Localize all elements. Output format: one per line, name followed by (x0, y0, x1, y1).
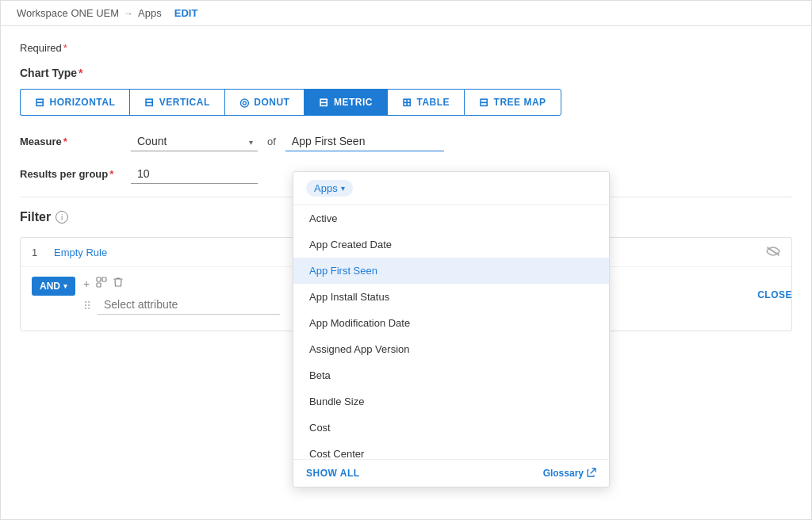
dropdown-item[interactable]: App Created Date (293, 231, 609, 258)
donut-icon: ◎ (239, 96, 250, 109)
tab-vertical-label: VERTICAL (159, 97, 210, 108)
close-button[interactable]: CLOSE (757, 289, 792, 300)
top-bar: Workspace ONE UEM → Apps EDIT (1, 1, 811, 26)
apps-badge[interactable]: Apps ▾ (306, 180, 353, 197)
glossary-label: Glossary (543, 468, 584, 479)
tab-horizontal-label: HORIZONTAL (50, 97, 116, 108)
measure-row: Measure* Count ▾ of (20, 132, 792, 151)
dropdown-item[interactable]: App Install Status (293, 284, 609, 310)
dropdown-item[interactable]: App First Seen (293, 258, 609, 284)
tab-metric[interactable]: ⊟ METRIC (304, 89, 387, 116)
add-rule-icon[interactable]: + (83, 277, 90, 290)
tab-metric-label: METRIC (334, 97, 373, 108)
filter-title: Filter (20, 210, 51, 224)
svg-rect-3 (97, 283, 101, 287)
and-button[interactable]: AND ▾ (32, 277, 75, 296)
measure-label: Measure* (20, 136, 131, 147)
visibility-icon[interactable] (766, 246, 780, 258)
dropdown-item[interactable]: Bundle Size (293, 388, 609, 415)
dropdown-list: ActiveApp Created DateApp First SeenApp … (293, 205, 609, 459)
breadcrumb-arrow: → (124, 8, 133, 19)
svg-rect-1 (97, 277, 101, 281)
chart-type-label: Chart Type* (20, 67, 792, 79)
breadcrumb-app: Workspace ONE UEM (17, 7, 119, 19)
horizontal-icon: ⊟ (35, 96, 45, 109)
tab-horizontal[interactable]: ⊟ HORIZONTAL (20, 89, 129, 116)
apps-badge-chevron-icon: ▾ (341, 184, 345, 193)
select-attribute-input[interactable] (98, 295, 280, 315)
dropdown-item[interactable]: App Modification Date (293, 310, 609, 336)
show-all-link[interactable]: SHOW ALL (306, 468, 360, 479)
results-per-group-input[interactable] (131, 164, 258, 184)
delete-rule-icon[interactable] (113, 277, 123, 290)
apps-badge-label: Apps (314, 182, 338, 194)
attribute-dropdown: Apps ▾ ActiveApp Created DateApp First S… (293, 171, 610, 488)
and-chevron-icon: ▾ (63, 282, 67, 290)
dropdown-item[interactable]: Cost (293, 415, 609, 441)
metric-icon: ⊟ (319, 96, 329, 109)
glossary-link[interactable]: Glossary (543, 468, 596, 479)
empty-rule-link[interactable]: Empty Rule (54, 247, 107, 258)
tab-donut[interactable]: ◎ DONUT (224, 89, 304, 116)
svg-rect-2 (102, 277, 106, 281)
chart-type-tabs: ⊟ HORIZONTAL ⊟ VERTICAL ◎ DONUT ⊟ METRIC… (20, 89, 792, 116)
breadcrumb-section: Apps (138, 7, 162, 19)
attribute-input[interactable] (285, 132, 444, 151)
tab-table-label: TABLE (416, 97, 450, 108)
rule-number: 1 (32, 247, 44, 258)
tab-vertical[interactable]: ⊟ VERTICAL (129, 89, 224, 116)
vertical-icon: ⊟ (144, 96, 155, 109)
group-rule-icon[interactable] (96, 277, 107, 290)
results-per-group-label: Results per group* (20, 168, 131, 180)
dropdown-header: Apps ▾ (293, 172, 609, 205)
dropdown-item[interactable]: Cost Center (293, 441, 609, 459)
measure-select-wrapper: Count ▾ (131, 132, 258, 151)
of-label: of (267, 136, 276, 147)
close-btn-area: CLOSE (757, 288, 792, 300)
tab-donut-label: DONUT (254, 97, 289, 108)
tab-table[interactable]: ⊞ TABLE (387, 89, 464, 116)
dropdown-item[interactable]: Assigned App Version (293, 336, 609, 362)
required-label: Required* (20, 42, 792, 54)
table-icon: ⊞ (402, 96, 412, 109)
tab-treemap-label: TREE MAP (494, 97, 546, 108)
breadcrumb: Workspace ONE UEM → Apps (17, 7, 162, 19)
treemap-icon: ⊟ (479, 96, 489, 109)
info-icon[interactable]: i (56, 211, 68, 224)
drag-handle-icon[interactable]: ⠿ (83, 300, 91, 312)
dropdown-footer: SHOW ALL Glossary (293, 459, 609, 487)
edit-link[interactable]: EDIT (174, 7, 198, 19)
tab-treemap[interactable]: ⊟ TREE MAP (464, 89, 561, 116)
dropdown-item[interactable]: Beta (293, 362, 609, 388)
measure-select[interactable]: Count (131, 132, 258, 151)
external-link-icon (587, 468, 596, 479)
dropdown-item[interactable]: Active (293, 205, 609, 231)
